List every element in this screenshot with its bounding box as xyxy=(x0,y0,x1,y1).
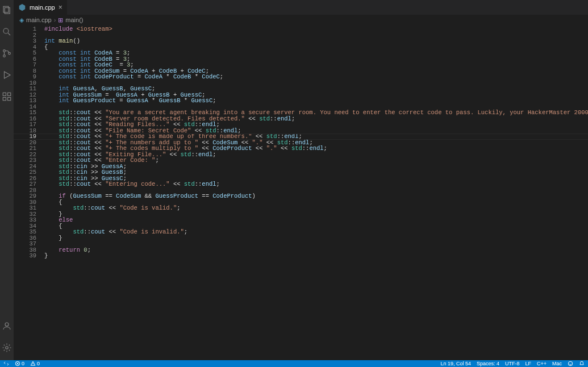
code-line[interactable]: std::cout << "Code is valid."; xyxy=(44,205,588,211)
tabs-row: main.cpp × ⋯ xyxy=(14,0,588,15)
code-line[interactable] xyxy=(44,241,588,247)
breadcrumb-file[interactable]: main.cpp xyxy=(26,16,52,23)
svg-point-4 xyxy=(3,50,6,52)
code-line[interactable]: const int CodeProduct = CodeA * CodeB * … xyxy=(44,74,588,80)
code-line[interactable]: std::cout << "Entering code..." << std::… xyxy=(44,181,588,187)
tab-main-cpp[interactable]: main.cpp × xyxy=(14,0,68,15)
code-content[interactable]: #include <iostream>int main(){ const int… xyxy=(44,25,588,360)
svg-point-6 xyxy=(9,52,11,55)
code-line[interactable]: } xyxy=(44,253,588,259)
svg-marker-7 xyxy=(5,72,11,78)
svg-rect-1 xyxy=(5,8,10,14)
status-bar: 0 0 Ln 19, Col 54 Spaces: 4 UTF-8 LF C++… xyxy=(0,360,588,367)
cpp-file-icon: ◈ xyxy=(19,16,24,24)
svg-point-20 xyxy=(568,361,573,366)
svg-line-3 xyxy=(8,33,10,35)
cursor-position[interactable]: Ln 19, Col 54 xyxy=(440,361,471,366)
remote-indicator[interactable] xyxy=(3,361,9,366)
run-debug-icon[interactable] xyxy=(0,68,14,82)
svg-rect-10 xyxy=(8,98,11,101)
svg-point-2 xyxy=(3,28,9,34)
notifications-icon[interactable] xyxy=(579,361,585,366)
feedback-icon[interactable] xyxy=(568,361,573,366)
code-line[interactable]: } xyxy=(44,235,588,241)
explorer-icon[interactable] xyxy=(0,3,14,17)
code-line[interactable]: return 0; xyxy=(44,247,588,253)
settings-icon[interactable] xyxy=(0,341,14,355)
search-icon[interactable] xyxy=(0,25,14,39)
breadcrumb-symbol[interactable]: main() xyxy=(65,16,83,23)
encoding[interactable]: UTF-8 xyxy=(505,361,520,366)
code-line[interactable]: int GuessProduct = GuessA * GuessB * Gue… xyxy=(44,98,588,104)
breadcrumbs[interactable]: ◈ main.cpp › ⊞ main() xyxy=(14,15,588,25)
svg-rect-9 xyxy=(3,98,6,101)
language-mode[interactable]: C++ xyxy=(537,361,547,366)
close-icon[interactable]: × xyxy=(59,3,62,11)
extensions-icon[interactable] xyxy=(0,90,14,103)
svg-point-5 xyxy=(3,55,6,57)
code-line[interactable]: int main() xyxy=(44,38,588,44)
code-line[interactable]: if (GuessSum == CodeSum && GuessProduct … xyxy=(44,193,588,199)
svg-rect-0 xyxy=(3,6,9,12)
svg-rect-8 xyxy=(3,93,6,95)
code-area[interactable]: 1234567891011121314151617181920212223242… xyxy=(14,25,588,360)
code-line[interactable]: #include <iostream> xyxy=(44,26,588,32)
eol[interactable]: LF xyxy=(525,361,531,366)
indentation[interactable]: Spaces: 4 xyxy=(477,361,499,366)
warnings-count[interactable]: 0 xyxy=(30,361,40,366)
line-gutter: 1234567891011121314151617181920212223242… xyxy=(14,25,44,360)
errors-count[interactable]: 0 xyxy=(15,361,24,366)
svg-point-12 xyxy=(5,323,9,326)
cpp-file-icon xyxy=(18,3,26,11)
code-line[interactable] xyxy=(44,32,588,39)
svg-rect-11 xyxy=(8,93,11,95)
code-line[interactable]: else xyxy=(44,217,588,223)
activity-bar xyxy=(0,0,14,360)
os-indicator[interactable]: Mac xyxy=(552,361,562,366)
code-line[interactable]: } xyxy=(44,211,588,218)
code-line[interactable]: std::cout << "Code is invalid."; xyxy=(44,229,588,235)
account-icon[interactable] xyxy=(0,319,14,333)
svg-point-13 xyxy=(6,347,9,349)
chevron-right-icon: › xyxy=(54,16,56,23)
function-icon: ⊞ xyxy=(58,16,63,24)
tab-label: main.cpp xyxy=(30,4,55,11)
source-control-icon[interactable] xyxy=(0,47,14,60)
editor-area: main.cpp × ⋯ ◈ main.cpp › ⊞ main() 12345… xyxy=(14,0,588,360)
